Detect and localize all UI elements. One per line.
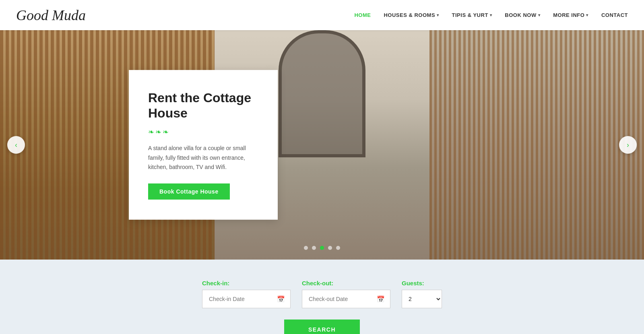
slider-dot-2[interactable] xyxy=(312,246,316,250)
checkout-group: Check-out: 📅 xyxy=(302,280,390,308)
search-button[interactable]: SEARCH xyxy=(284,320,360,334)
header: Good Muda HOME HOUSES & ROOMS ▾ TIPIS & … xyxy=(0,0,644,30)
checkout-input-wrapper: 📅 xyxy=(302,290,390,308)
logo[interactable]: Good Muda xyxy=(16,7,86,24)
slider-dot-4[interactable] xyxy=(328,246,332,250)
chevron-down-icon: ▾ xyxy=(586,13,588,17)
hero-slider: Rent the Cottage House ❧❧❧ A stand alone… xyxy=(0,30,644,260)
booking-form: Check-in: 📅 Check-out: 📅 Guests: 1 2 3 4… xyxy=(202,280,442,308)
nav-contact[interactable]: CONTACT xyxy=(601,12,628,18)
slide-decorator: ❧❧❧ xyxy=(148,128,258,136)
chevron-down-icon: ▾ xyxy=(437,13,439,17)
slider-next-button[interactable]: › xyxy=(619,136,637,154)
nav: HOME HOUSES & ROOMS ▾ TIPIS & YURT ▾ BOO… xyxy=(354,12,628,18)
slide-content-box: Rent the Cottage House ❧❧❧ A stand alone… xyxy=(129,70,278,220)
slide-description: A stand alone villa for a couple or smal… xyxy=(148,144,258,172)
checkout-label: Check-out: xyxy=(302,280,390,287)
slider-prev-button[interactable]: ‹ xyxy=(7,136,25,154)
nav-houses[interactable]: HOUSES & ROOMS ▾ xyxy=(384,12,439,18)
booking-section: Check-in: 📅 Check-out: 📅 Guests: 1 2 3 4… xyxy=(0,260,644,334)
guests-label: Guests: xyxy=(402,280,442,287)
slide-title: Rent the Cottage House xyxy=(148,90,258,121)
checkout-input[interactable] xyxy=(302,290,390,308)
chevron-down-icon: ▾ xyxy=(538,13,541,17)
hero-background xyxy=(0,30,644,260)
guests-select[interactable]: 1 2 3 4 5 6 xyxy=(402,290,442,308)
arrow-right-icon: › xyxy=(627,141,629,149)
nav-book[interactable]: BOOK NOW ▾ xyxy=(505,12,540,18)
checkin-input[interactable] xyxy=(202,290,291,308)
chevron-down-icon: ▾ xyxy=(490,13,492,17)
checkin-input-wrapper: 📅 xyxy=(202,290,291,308)
slider-dots xyxy=(304,246,340,250)
arrow-left-icon: ‹ xyxy=(15,141,17,149)
slider-dot-3[interactable] xyxy=(320,246,324,250)
checkin-group: Check-in: 📅 xyxy=(202,280,291,308)
book-cottage-button[interactable]: Book Cottage House xyxy=(148,183,230,200)
guests-group: Guests: 1 2 3 4 5 6 xyxy=(402,280,442,308)
checkin-label: Check-in: xyxy=(202,280,291,287)
slider-dot-1[interactable] xyxy=(304,246,308,250)
nav-more[interactable]: MORE INFO ▾ xyxy=(553,12,588,18)
slider-dot-5[interactable] xyxy=(336,246,340,250)
nav-tipis[interactable]: TIPIS & YURT ▾ xyxy=(452,12,492,18)
room-panel-right xyxy=(429,30,644,260)
nav-home[interactable]: HOME xyxy=(354,12,371,18)
